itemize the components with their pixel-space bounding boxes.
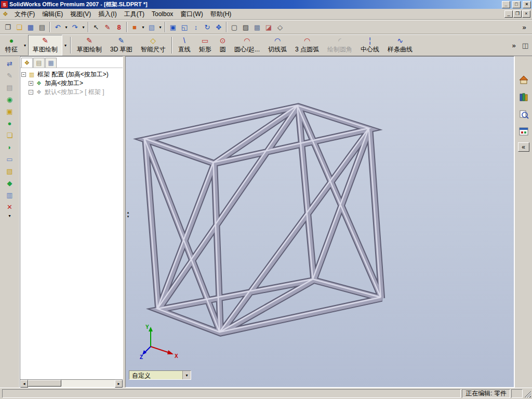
undo-dropdown[interactable]: ▾ [63,21,69,33]
view-orientation-button[interactable]: ◇ [274,21,286,33]
three-point-arc-button[interactable]: ◠ 3 点圆弧 [291,35,323,56]
sketch-tool-button[interactable]: ✎ 草图绘制 [73,35,106,56]
doc-close-button[interactable]: × [522,10,530,18]
toolbar2-overflow-button[interactable]: » [508,39,520,51]
expand-box[interactable]: + [29,81,33,86]
sketch-3d-button[interactable]: ✎ 3D 草图 [106,35,137,56]
resources-home-button[interactable] [517,74,530,86]
smart-dimension-button[interactable]: ◇ 智能尺寸 [137,35,170,56]
menu-toolbox[interactable]: Toolbox [148,9,177,19]
minimize-button[interactable]: _ [502,1,510,8]
spline-button[interactable]: ∿ 样条曲线 [383,35,417,56]
menu-view[interactable]: 视图(V) [66,9,95,20]
side-tool-button-10[interactable]: ▧ [3,166,17,177]
side-tool-dropdown[interactable]: ▾ [3,214,17,218]
scroll-right-button[interactable]: ▸ [115,380,123,388]
side-tool-button-7[interactable]: ❏ [3,130,17,141]
menu-edit[interactable]: 编辑(E) [38,9,66,20]
appearance-button[interactable]: ■ [129,21,140,33]
design-library-button[interactable] [517,91,530,103]
tab-property-manager[interactable]: ▤ [33,58,45,68]
scene-button[interactable]: ▧ [146,21,157,33]
hidden-lines-button[interactable]: ▨ [240,21,251,33]
side-tool-button-13[interactable]: ✕ [3,202,17,212]
menu-window[interactable]: 窗口(W) [177,9,206,20]
tree-root-row[interactable]: − ▥ 框架 配置 (加高<按加工>) [21,70,122,79]
side-tool-button-9[interactable]: ▭ [3,154,17,165]
appearance-dropdown[interactable]: ▾ [140,21,146,33]
doc-restore-button[interactable]: ❐ [513,10,522,18]
scrollbar-track[interactable] [28,380,115,387]
features-tab[interactable]: ● 特征 [1,35,22,56]
graphics-viewport[interactable]: Y X Z ▴ ▾ 自定义 ▾ [125,56,514,388]
menu-help[interactable]: 帮助(H) [207,9,235,20]
tab-feature-manager[interactable]: ❖ [21,58,33,68]
maximize-button[interactable]: □ [512,1,521,8]
pencil-icon: ✎ [7,72,12,79]
sketch-tab[interactable]: ✎ 草图绘制 [28,35,62,56]
resize-grip[interactable] [524,390,531,397]
shaded-button[interactable]: ▩ [251,21,263,33]
side-tool-button-12[interactable]: ▥ [3,190,17,201]
side-tool-button-3[interactable]: ▤ [3,82,17,93]
new-button[interactable]: ❐ [2,21,14,33]
expand-box[interactable]: + [29,90,33,95]
menu-file[interactable]: 文件(F) [11,9,38,20]
collapse-box[interactable]: − [21,72,26,77]
file-explorer-button[interactable] [517,108,530,121]
tree-horizontal-scrollbar[interactable]: ◂ ▸ [20,379,123,387]
side-tool-button-5[interactable]: ▣ [3,106,17,117]
pan-button[interactable]: ✥ [213,21,224,33]
side-tool-button-6[interactable]: ● [3,118,17,129]
scroll-left-button[interactable]: ◂ [20,380,28,388]
tree-row-config-default[interactable]: + ❖ 默认<按加工> [ 框架 ] [21,88,122,97]
side-tool-button-4[interactable]: ◉ [3,94,17,105]
zoom-area-button[interactable]: ◱ [179,21,190,33]
feature-manager-panel: ❖ ▤ ▦ − ▥ 框架 配置 (加高<按加工>) + ❖ 加高<按加工> + … [20,56,123,388]
side-tool-button-1[interactable]: ⇄ [3,58,17,69]
toolbar-separator [49,22,50,32]
close-button[interactable]: × [523,1,531,8]
tree-row-config-active[interactable]: + ❖ 加高<按加工> [21,79,122,88]
zoom-in-out-button[interactable]: ↕ [190,21,202,33]
view-config-combobox[interactable]: 自定义 ▾ [129,370,191,380]
sketch-tab-dropdown[interactable]: ▾ [62,35,69,56]
centerpoint-arc-button[interactable]: ◠ 圆心/起... [230,35,264,56]
viewport-splitter-handle[interactable]: ▴ ▾ [126,207,130,222]
configuration-icon: ▥ [28,71,35,78]
zoom-fit-button[interactable]: ▣ [167,21,179,33]
scene-dropdown[interactable]: ▾ [157,21,163,33]
rotate-view-icon: ↻ [205,23,210,31]
redo-dropdown[interactable]: ▾ [81,21,86,33]
undo-button[interactable]: ↶ [52,21,63,33]
section-view-button[interactable]: ◪ [263,21,274,33]
menu-tools[interactable]: 工具(T) [121,9,148,20]
centerline-button[interactable]: ¦ 中心线 [356,35,383,56]
redo-button[interactable]: ↷ [69,21,81,33]
print-button[interactable]: ▤ [36,21,48,33]
rectangle-button[interactable]: ▭ 矩形 [195,35,216,56]
side-tool-button-8[interactable]: ◗ [3,142,17,153]
save-button[interactable]: ▦ [25,21,36,33]
sketch-button[interactable]: ✎ [102,21,113,33]
select-button[interactable]: ↖ [90,21,102,33]
line-button[interactable]: \ 直线 [174,35,195,56]
combobox-dropdown-button[interactable]: ▾ [182,371,191,379]
scrollbar-thumb[interactable] [28,380,61,387]
features-dropdown[interactable]: ▾ [22,35,28,56]
right-dock-button[interactable]: ◫ [520,39,531,51]
tab-configuration-manager[interactable]: ▦ [45,58,57,68]
doc-minimize-button[interactable]: _ [504,10,513,18]
custom-properties-button[interactable] [517,125,530,138]
circle-button[interactable]: ⊙ 圆 [216,35,230,56]
wireframe-button[interactable]: ▢ [229,21,240,33]
side-tool-button-11[interactable]: ◆ [3,178,17,189]
tangent-arc-button[interactable]: ◠ 切线弧 [264,35,291,56]
toolbar-overflow-button[interactable]: » [518,21,530,33]
task-pane-collapse-button[interactable]: « [518,142,529,152]
open-button[interactable]: ❏ [14,21,25,33]
menu-insert[interactable]: 插入(I) [95,9,120,20]
rebuild-button[interactable]: 8 [113,21,125,33]
rotate-view-button[interactable]: ↻ [202,21,213,33]
side-tool-button-2[interactable]: ✎ [3,70,17,81]
